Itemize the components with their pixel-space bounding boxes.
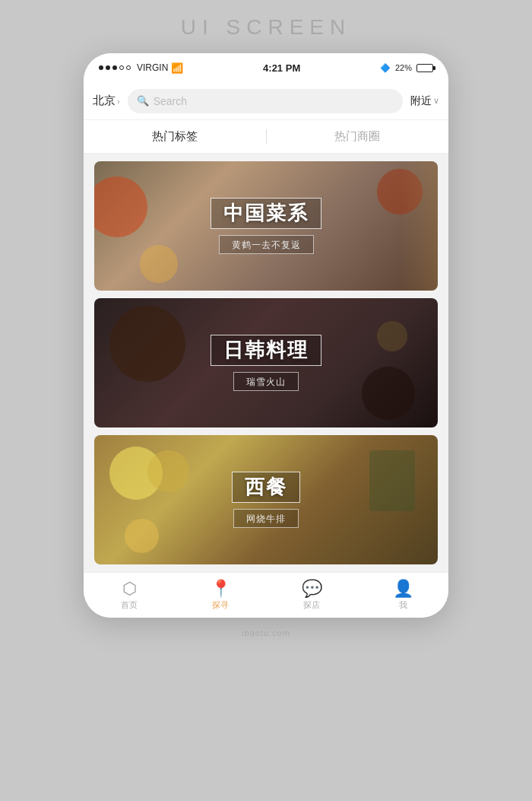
signal-dot-1 [99,65,103,70]
location-button[interactable]: 北京 › [93,94,120,108]
location-label: 北京 [93,94,116,108]
watermark-text: ibaotu.com [242,628,290,637]
status-time: 4:21 PM [263,62,300,74]
carrier-name: VIRGIN [137,62,168,73]
category-card-chinese[interactable]: 中国菜系 黄鹤一去不复返 [94,161,438,291]
nav-item-home[interactable]: ⬡ 首页 [84,580,175,611]
tabs-bar: 热门标签 热门商圈 [84,120,448,154]
category-card-japanese[interactable]: 日韩料理 瑞雪火山 [94,298,438,428]
status-bar: VIRGIN 📶 4:21 PM 🔷 22% [84,53,448,82]
tab-hot-tags-label: 热门标签 [152,129,198,144]
signal-dots [99,65,131,70]
card-text-western: 西餐 网烧牛排 [232,472,300,528]
battery-icon [416,64,433,72]
card-subtitle-western: 网烧牛排 [246,513,286,524]
card-text-japanese: 日韩料理 瑞雪火山 [211,335,321,391]
card-title-frame-chinese: 中国菜系 [211,198,321,229]
nav-label-shops: 探店 [303,599,320,611]
status-right: 🔷 22% [380,63,433,73]
phone-frame: VIRGIN 📶 4:21 PM 🔷 22% 北京 › 🔍 Search 附近 [84,53,448,618]
explore-icon: 📍 [211,580,231,597]
status-left: VIRGIN 📶 [99,62,183,74]
battery-percent: 22% [395,63,412,72]
nav-label-home: 首页 [121,599,138,611]
search-icon: 🔍 [137,95,149,106]
card-title-frame-western: 西餐 [232,472,300,503]
card-title-frame-japanese: 日韩料理 [211,335,321,366]
shops-icon: 💬 [302,580,322,597]
wifi-icon: 📶 [171,62,183,74]
search-box[interactable]: 🔍 Search [128,89,403,113]
card-subtitle-frame-japanese: 瑞雪火山 [233,372,299,391]
card-title-chinese: 中国菜系 [223,202,309,224]
ui-screen-title: UI SCREEN [181,15,351,40]
tab-hot-area-label: 热门商圈 [334,129,380,144]
nearby-chevron-icon: ∨ [433,96,439,106]
card-subtitle-frame-western: 网烧牛排 [233,509,299,528]
bottom-nav: ⬡ 首页 📍 探寻 💬 探店 👤 我 [84,572,448,618]
card-text-chinese: 中国菜系 黄鹤一去不复返 [211,198,321,254]
home-icon: ⬡ [122,580,137,597]
card-title-japanese: 日韩料理 [223,339,309,361]
card-subtitle-japanese: 瑞雪火山 [246,377,286,387]
nav-label-explore: 探寻 [212,599,229,611]
category-card-western[interactable]: 西餐 网烧牛排 [94,435,438,564]
signal-dot-3 [112,65,117,70]
location-chevron-icon: › [117,97,120,106]
search-placeholder-text: Search [154,95,187,107]
tab-hot-tags[interactable]: 热门标签 [84,120,266,153]
signal-dot-2 [106,65,110,70]
card-title-western: 西餐 [245,475,287,498]
nearby-button[interactable]: 附近 ∨ [410,94,439,108]
signal-dot-4 [119,65,124,70]
card-subtitle-chinese: 黄鹤一去不复返 [232,240,301,250]
content-area: 中国菜系 黄鹤一去不复返 [84,154,448,572]
card-subtitle-frame-chinese: 黄鹤一去不复返 [219,235,314,254]
tab-hot-area[interactable]: 热门商圈 [267,120,449,153]
nav-bar: 北京 › 🔍 Search 附近 ∨ [84,82,448,120]
me-icon: 👤 [393,580,413,597]
nav-item-me[interactable]: 👤 我 [357,580,448,611]
bluetooth-icon: 🔷 [380,63,391,73]
nav-label-me: 我 [399,599,407,611]
nav-item-explore[interactable]: 📍 探寻 [175,580,266,611]
nav-item-shops[interactable]: 💬 探店 [266,580,357,611]
nearby-label: 附近 [410,94,432,108]
signal-dot-5 [126,65,131,70]
